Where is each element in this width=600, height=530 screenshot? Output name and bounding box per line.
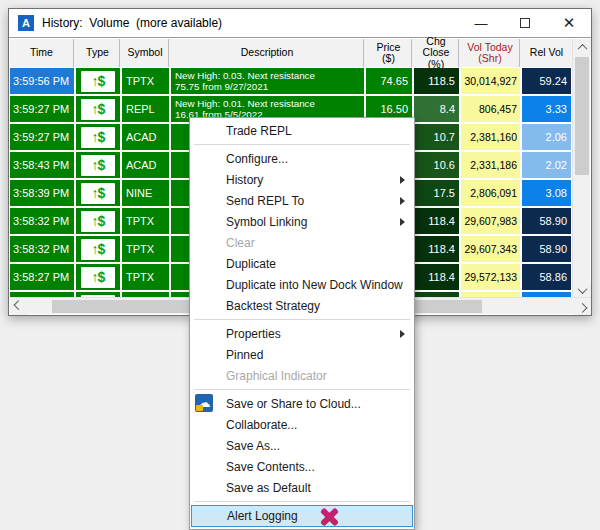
description-line: New High: 0.03. Next resistance — [175, 70, 315, 81]
chevron-left-icon — [14, 300, 24, 310]
menu-item-label: Duplicate into New Dock Window — [226, 278, 403, 292]
menu-item-label: Save As... — [226, 439, 280, 453]
close-button[interactable]: ✕ — [547, 9, 591, 37]
chg-close-cell: 17.5 — [414, 180, 459, 206]
window-title: History: Volume (more available) — [42, 16, 222, 30]
price-cell: 74.65 — [366, 68, 412, 94]
chg-close-cell: 10.6 — [414, 152, 459, 178]
menu-item-label: Configure... — [226, 152, 288, 166]
rel-vol-cell: 3.33 — [522, 96, 571, 122]
cloud-save-icon: ☁ — [195, 394, 213, 412]
menu-item-label: Save or Share to Cloud... — [226, 397, 361, 411]
column-header-symbol[interactable]: Symbol — [122, 39, 169, 67]
rel-vol-cell: 58.86 — [522, 264, 571, 290]
time-cell: 3:58:43 PM — [10, 152, 74, 178]
menu-item-label: History — [226, 173, 263, 187]
menu-item-label: Clear — [226, 236, 255, 250]
up-arrow-dollar-icon: ↑$ — [81, 183, 115, 204]
window-controls: — ✕ — [459, 9, 591, 37]
menu-item-label: Properties — [226, 327, 281, 341]
menu-item-duplicate[interactable]: Duplicate — [190, 253, 414, 274]
context-menu: Trade REPLConfigure...HistorySend REPL T… — [189, 117, 415, 530]
type-cell: ↑$ — [76, 180, 120, 206]
menu-item-send-repl-to[interactable]: Send REPL To — [190, 190, 414, 211]
description-line: New High: 0.01. Next resistance — [175, 98, 315, 109]
column-header-price[interactable]: Price($) — [366, 39, 412, 67]
symbol-cell: REPL — [122, 96, 169, 122]
up-arrow-dollar-icon: ↑$ — [81, 99, 115, 120]
menu-item-history[interactable]: History — [190, 169, 414, 190]
title-bar[interactable]: A History: Volume (more available) — ✕ — [9, 9, 591, 38]
symbol-cell: TPTX — [122, 236, 169, 262]
rel-vol-cell: 3.08 — [522, 180, 571, 206]
column-header-type[interactable]: Type — [76, 39, 120, 67]
menu-item-symbol-linking[interactable]: Symbol Linking — [190, 211, 414, 232]
symbol-cell: NINE — [122, 180, 169, 206]
chevron-down-icon — [577, 284, 587, 294]
menu-item-label: Send REPL To — [226, 194, 304, 208]
up-arrow-dollar-icon: ↑$ — [81, 71, 115, 92]
symbol-cell: TPTX — [122, 208, 169, 234]
vol-today-cell: 2,331,186 — [461, 152, 520, 178]
up-arrow-dollar-icon: ↑$ — [81, 155, 115, 176]
menu-item-label: Collaborate... — [226, 418, 297, 432]
type-cell: ↑$ — [76, 236, 120, 262]
column-header-vol-today[interactable]: Vol Today(Shr) — [461, 39, 520, 67]
type-cell: ↑$ — [76, 208, 120, 234]
menu-item-save-contents[interactable]: Save Contents... — [190, 456, 414, 477]
menu-item-trade-repl[interactable]: Trade REPL — [190, 120, 414, 141]
column-header-rel-vol[interactable]: Rel Vol — [522, 39, 571, 67]
vertical-scrollbar-thumb[interactable] — [575, 57, 589, 175]
scroll-up-button[interactable] — [573, 39, 591, 56]
menu-item-save-or-share-to-cloud[interactable]: ☁Save or Share to Cloud... — [190, 393, 414, 414]
menu-item-save-as-default[interactable]: Save as Default — [190, 477, 414, 498]
column-header-line: (Shr) — [478, 53, 501, 65]
type-cell: ↑$ — [76, 152, 120, 178]
menu-item-save-as[interactable]: Save As... — [190, 435, 414, 456]
close-icon: ✕ — [563, 14, 576, 32]
column-header-line: Close (%) — [414, 47, 458, 70]
chevron-up-icon — [577, 44, 587, 54]
menu-item-pinned[interactable]: Pinned — [190, 344, 414, 365]
type-cell: ↑$ — [76, 264, 120, 290]
chg-close-cell: 118.4 — [414, 236, 459, 262]
description-cell: New High: 0.03. Next resistance75.75 fro… — [171, 68, 364, 94]
scroll-right-button[interactable] — [574, 298, 591, 315]
menu-item-configure[interactable]: Configure... — [190, 148, 414, 169]
rel-vol-cell: 58.90 — [522, 236, 571, 262]
vol-today-cell: 29,607,343 — [461, 236, 520, 262]
menu-item-label: Save Contents... — [226, 460, 315, 474]
menu-separator — [194, 319, 410, 320]
up-arrow-dollar-icon: ↑$ — [81, 267, 115, 288]
vol-today-cell: 29,572,133 — [461, 264, 520, 290]
type-cell: ↑$ — [76, 68, 120, 94]
menu-item-label: Duplicate — [226, 257, 276, 271]
column-header-chg[interactable]: ChgClose (%) — [414, 39, 459, 67]
rel-vol-cell: 58.90 — [522, 208, 571, 234]
menu-item-backtest-strategy[interactable]: Backtest Strategy — [190, 295, 414, 316]
menu-item-label: Alert Logging — [227, 509, 298, 523]
chg-close-cell: 8.4 — [414, 96, 459, 122]
submenu-arrow-icon — [400, 218, 405, 226]
time-cell: 3:58:32 PM — [10, 236, 74, 262]
menu-item-properties[interactable]: Properties — [190, 323, 414, 344]
vol-today-cell: 2,806,091 — [461, 180, 520, 206]
minimize-button[interactable]: — — [459, 9, 503, 37]
menu-separator — [194, 389, 410, 390]
column-header-line: ($) — [382, 53, 395, 65]
menu-item-label: Backtest Strategy — [226, 299, 320, 313]
time-cell: 3:58:27 PM — [10, 264, 74, 290]
alert-row[interactable]: 3:59:56 PM↑$TPTXNew High: 0.03. Next res… — [10, 68, 573, 94]
menu-item-duplicate-into-new-dock-window[interactable]: Duplicate into New Dock Window — [190, 274, 414, 295]
type-cell: ↑$ — [76, 96, 120, 122]
maximize-button[interactable] — [503, 9, 547, 37]
menu-separator — [194, 501, 410, 502]
chg-close-cell: 118.4 — [414, 264, 459, 290]
menu-item-alert-logging[interactable]: Alert Logging — [191, 505, 413, 527]
vertical-scrollbar[interactable] — [572, 39, 590, 299]
column-header-time[interactable]: Time — [10, 39, 74, 67]
column-header-description[interactable]: Description — [171, 39, 364, 67]
menu-item-collaborate[interactable]: Collaborate... — [190, 414, 414, 435]
scroll-left-button[interactable] — [10, 298, 27, 315]
symbol-cell: ACAD — [122, 152, 169, 178]
